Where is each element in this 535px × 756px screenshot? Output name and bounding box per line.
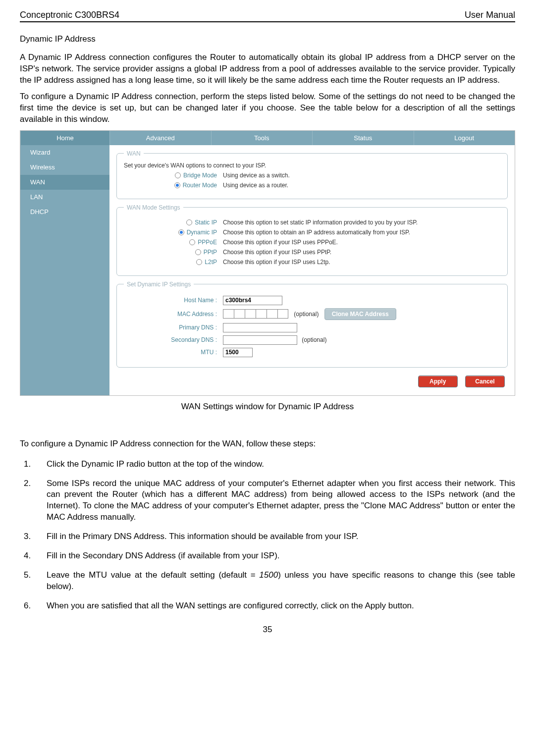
doc-model: Conceptronic C300BRS4 (20, 10, 119, 20)
sidebar-item-wizard[interactable]: Wizard (20, 145, 109, 160)
router-label: Router Mode (183, 182, 217, 189)
paragraph-1: A Dynamic IP Address connection configur… (20, 52, 515, 86)
pptp-radio[interactable] (195, 249, 201, 255)
bridge-radio[interactable] (175, 172, 181, 178)
primary-dns-input[interactable] (223, 323, 297, 332)
step-text: Fill in the Primary DNS Address. This in… (47, 531, 515, 542)
step-text: Leave the MTU value at the default setti… (47, 570, 515, 593)
router-radio[interactable] (174, 182, 180, 188)
sidebar-item-dhcp[interactable]: DHCP (20, 205, 109, 219)
apply-button[interactable]: Apply (418, 376, 458, 387)
step-text: Some ISPs record the unique MAC address … (47, 478, 515, 524)
wan-intro: Set your device's WAN options to connect… (124, 162, 500, 169)
page-number: 35 (20, 625, 515, 635)
tab-logout[interactable]: Logout (414, 131, 515, 145)
pptp-desc: Choose this option if your ISP uses PPtP… (223, 249, 500, 256)
l2tp-radio[interactable] (196, 259, 202, 265)
mac-optional: (optional) (294, 311, 319, 318)
dynamic-radio[interactable] (178, 229, 184, 235)
tab-home[interactable]: Home (20, 131, 109, 145)
sidebar: Home Wizard Wireless WAN LAN DHCP (20, 131, 109, 395)
bridge-desc: Using device as a switch. (223, 172, 500, 179)
section-title: Dynamic IP Address (20, 34, 515, 44)
step-num: 1. (24, 459, 47, 470)
tab-status[interactable]: Status (312, 131, 414, 145)
wan-mode-fieldset: WAN Mode Settings Static IP Choose this … (116, 204, 508, 276)
l2tp-label: L2tP (205, 259, 217, 266)
step-num: 3. (24, 531, 47, 542)
dynamic-settings-legend: Set Dynamic IP Settings (124, 281, 194, 288)
static-desc: Choose this option to set static IP info… (223, 219, 500, 226)
steps-intro: To configure a Dynamic IP Address connec… (20, 438, 515, 450)
secondary-dns-optional: (optional) (302, 336, 326, 343)
static-radio[interactable] (186, 219, 192, 225)
wan-legend: WAN (124, 150, 144, 157)
step-num: 2. (24, 478, 47, 524)
host-label: Host Name : (124, 297, 223, 304)
pptp-label: PPtP (204, 249, 217, 256)
dynamic-desc: Choose this option to obtain an IP addre… (223, 229, 500, 236)
router-desc: Using device as a router. (223, 182, 500, 189)
pppoe-radio[interactable] (189, 239, 195, 245)
paragraph-2: To configure a Dynamic IP Address connec… (20, 91, 515, 125)
pppoe-desc: Choose this option if your ISP uses PPPo… (223, 239, 500, 246)
router-screenshot: Home Wizard Wireless WAN LAN DHCP Advanc… (20, 130, 515, 396)
bridge-label: Bridge Mode (183, 172, 217, 179)
mac-input-group[interactable] (223, 309, 288, 319)
l2tp-desc: Choose this option if your ISP uses L2tp… (223, 259, 500, 266)
figure-caption: WAN Settings window for Dynamic IP Addre… (20, 402, 515, 412)
static-label: Static IP (195, 219, 217, 226)
mtu-input[interactable] (223, 348, 253, 357)
tab-advanced[interactable]: Advanced (109, 131, 211, 145)
sidebar-item-wireless[interactable]: Wireless (20, 160, 109, 175)
wan-fieldset: WAN Set your device's WAN options to con… (116, 150, 508, 199)
mtu-label: MTU : (124, 349, 223, 356)
dynamic-settings-fieldset: Set Dynamic IP Settings Host Name : MAC … (116, 281, 508, 368)
steps-list: 1.Click the Dynamic IP radio button at t… (20, 459, 515, 612)
host-input[interactable] (223, 296, 282, 305)
sidebar-item-lan[interactable]: LAN (20, 190, 109, 205)
step-text: Fill in the Secondary DNS Address (if av… (47, 550, 515, 562)
sidebar-item-wan[interactable]: WAN (20, 175, 109, 190)
step-text: Click the Dynamic IP radio button at the… (47, 459, 515, 470)
clone-mac-button[interactable]: Clone MAC Address (324, 308, 396, 320)
doc-type: User Manual (465, 10, 515, 20)
step-num: 6. (24, 600, 47, 612)
secondary-dns-label: Secondary DNS : (124, 336, 223, 343)
pppoe-label: PPPoE (198, 239, 217, 246)
step-text: When you are satisfied that all the WAN … (47, 600, 515, 612)
wan-mode-legend: WAN Mode Settings (124, 204, 183, 211)
cancel-button[interactable]: Cancel (465, 376, 505, 387)
mac-label: MAC Address : (124, 311, 223, 318)
tab-tools[interactable]: Tools (211, 131, 313, 145)
secondary-dns-input[interactable] (223, 335, 297, 345)
primary-dns-label: Primary DNS : (124, 324, 223, 331)
step-num: 5. (24, 570, 47, 593)
step-num: 4. (24, 550, 47, 562)
dynamic-label: Dynamic IP (187, 229, 217, 236)
